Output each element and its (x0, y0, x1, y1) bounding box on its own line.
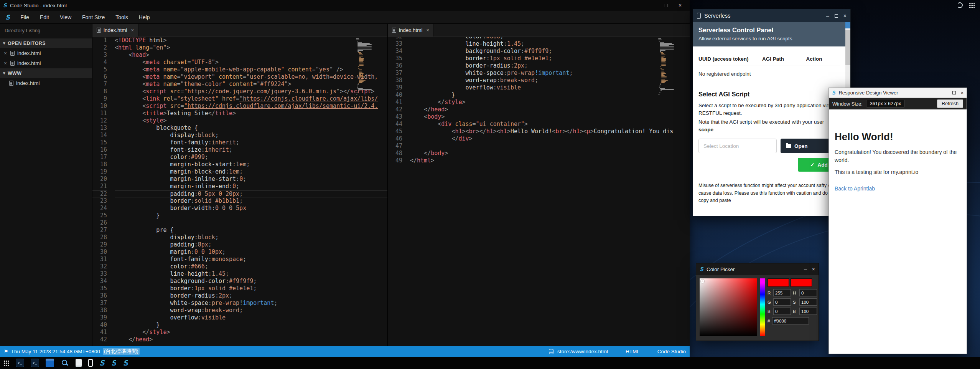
minimize-icon[interactable]: – (945, 90, 948, 96)
open-editor-item[interactable]: × index.html (0, 48, 92, 58)
code-line[interactable]: margin-block-end:1em; (115, 168, 387, 175)
window-size-value[interactable]: 361px x 627px (866, 100, 905, 108)
code-studio-icon[interactable]: S (111, 359, 117, 367)
minimize-icon[interactable]: – (644, 1, 657, 10)
code-line[interactable]: padding:8px; (115, 241, 387, 248)
code-editor[interactable]: 323334353637383940414243444546474849 col… (388, 37, 690, 346)
restore-icon[interactable] (659, 1, 672, 10)
open-editor-item[interactable]: × index.html (0, 58, 92, 68)
tab-index-html[interactable]: index.html × (388, 24, 434, 36)
minimap[interactable] (658, 38, 676, 95)
code-line[interactable]: margin-block-start:1em; (115, 161, 387, 168)
code-line[interactable]: white-space:pre-wrap!important; (115, 300, 387, 307)
scrollbar-thumb[interactable] (845, 30, 850, 65)
code-line[interactable]: border:solid #b1b1b1; (115, 197, 387, 205)
saturation-input[interactable] (799, 298, 817, 306)
red-input[interactable] (773, 289, 791, 296)
phone-icon[interactable] (88, 359, 93, 367)
code-line[interactable]: } (115, 212, 387, 219)
sidebar-section-www[interactable]: ▾ WWW (0, 68, 92, 78)
code-line[interactable]: <html lang="en"> (115, 44, 387, 51)
close-icon[interactable]: × (812, 266, 815, 272)
tab-index-html[interactable]: index.html × (92, 24, 138, 36)
minimap[interactable] (356, 38, 374, 95)
green-input[interactable] (773, 298, 791, 306)
status-language-mode[interactable]: HTML (626, 349, 640, 354)
current-color-swatch[interactable] (791, 278, 812, 287)
maximize-icon[interactable] (952, 91, 956, 94)
code-line[interactable]: blockquote { (115, 124, 387, 132)
close-editor-icon[interactable]: × (3, 60, 8, 66)
hue-input[interactable] (799, 289, 817, 296)
close-icon[interactable]: × (674, 1, 687, 10)
open-button[interactable]: Open (781, 139, 831, 153)
code-line[interactable]: <meta name="theme-color" content="#ff922… (115, 81, 387, 88)
code-line[interactable]: border:1px solid #e1e1e1; (410, 55, 690, 62)
menu-item-file[interactable]: File (15, 12, 34, 22)
code-line[interactable]: display:block; (115, 132, 387, 139)
close-editor-icon[interactable]: × (3, 50, 8, 56)
code-line[interactable]: <body> (410, 113, 690, 121)
brightness-input[interactable] (799, 308, 817, 315)
menu-item-view[interactable]: View (55, 12, 76, 22)
code-line[interactable]: overflow:visible (115, 314, 387, 321)
color-picker-titlebar[interactable]: S Color Picker – × (696, 263, 819, 275)
code-line[interactable]: </style> (115, 329, 387, 336)
serverless-titlebar[interactable]: Serverless – × (693, 9, 850, 22)
code-line[interactable]: <style> (115, 117, 387, 124)
code-studio-icon[interactable]: S (99, 359, 105, 367)
tab-close-icon[interactable]: × (427, 27, 430, 33)
code-line[interactable]: <h1><br></h1><h1>Hello World!<br></h1><p… (410, 128, 690, 135)
code-line[interactable]: <script src="https://cdnjs.cloudflare.co… (115, 103, 387, 110)
script-location-input[interactable] (698, 139, 777, 153)
close-icon[interactable]: × (843, 13, 847, 19)
app-launcher-grid-icon[interactable] (969, 2, 975, 8)
code-line[interactable]: font-family:monospace; (115, 256, 387, 263)
code-line[interactable]: </style> (410, 99, 690, 106)
code-line[interactable]: <script src="https://code.jquery.com/jqu… (115, 88, 387, 95)
code-line[interactable]: margin-inline-end:0; (115, 183, 387, 190)
code-line[interactable]: font-family:inherit; (115, 139, 387, 146)
code-line[interactable]: border-radius:2px; (410, 62, 690, 69)
document-icon[interactable] (76, 359, 82, 367)
code-line[interactable]: background-color:#f9f9f9; (410, 48, 690, 55)
code-line[interactable]: <meta name="apple-mobile-web-app-capable… (115, 66, 387, 73)
scroll-up-arrow-icon[interactable] (845, 22, 850, 28)
menu-item-font-size[interactable]: Font Size (77, 12, 110, 22)
code-line[interactable]: <title>Testing Site</title> (115, 110, 387, 117)
code-line[interactable]: </body> (410, 150, 690, 157)
code-line[interactable]: color:#666; (410, 37, 690, 40)
code-line[interactable]: background-color:#f9f9f9; (115, 278, 387, 285)
code-line[interactable]: </head> (410, 106, 690, 113)
minimize-icon[interactable]: – (826, 13, 829, 19)
back-to-aprintlab-link[interactable]: Back to Aprintlab (835, 185, 875, 192)
code-line[interactable]: } (410, 91, 690, 99)
terminal-icon[interactable]: >_ (31, 359, 39, 367)
menu-item-help[interactable]: Help (134, 12, 155, 22)
code-line[interactable]: display:block; (115, 234, 387, 241)
code-line[interactable]: <meta charset="UTF-8"> (115, 59, 387, 66)
code-studio-icon[interactable]: S (123, 359, 128, 367)
code-line[interactable]: </head> (115, 336, 387, 343)
code-line[interactable]: <!DOCTYPE html> (115, 37, 387, 44)
code-line[interactable]: color:#999; (115, 154, 387, 161)
new-color-swatch[interactable] (768, 278, 789, 287)
code-line[interactable]: padding:0 5px 0 20px; (115, 190, 387, 197)
refresh-button[interactable]: Refresh (937, 99, 963, 108)
minimize-icon[interactable]: – (804, 266, 807, 272)
code-line[interactable]: white-space:pre-wrap!important; (410, 69, 690, 77)
terminal-icon[interactable]: >_ (16, 359, 24, 367)
code-line[interactable]: word-wrap:break-word; (410, 77, 690, 84)
code-line[interactable]: word-wrap:break-word; (115, 307, 387, 314)
code-line[interactable]: font-size:inherit; (115, 146, 387, 154)
code-line[interactable]: line-height:1.45; (410, 40, 690, 48)
hex-input[interactable] (772, 317, 809, 324)
window-titlebar[interactable]: S Code Studio - index.html – × (0, 0, 690, 11)
code-line[interactable]: border-radius:2px; (115, 292, 387, 300)
code-line[interactable]: margin:0 0 10px; (115, 248, 387, 256)
maximize-icon[interactable] (835, 14, 838, 18)
blue-input[interactable] (773, 308, 791, 315)
tab-close-icon[interactable]: × (131, 27, 134, 33)
code-line[interactable]: } (115, 321, 387, 329)
menu-item-edit[interactable]: Edit (35, 12, 54, 22)
